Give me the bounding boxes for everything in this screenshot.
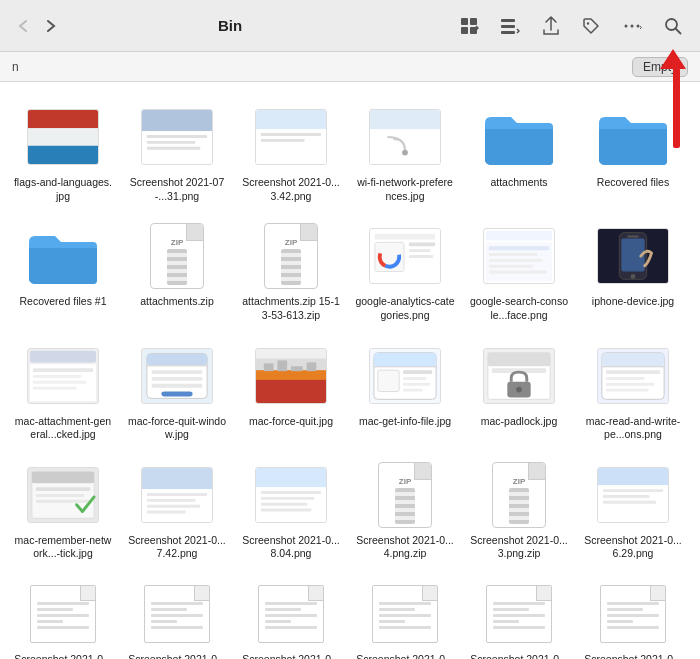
svg-rect-29: [370, 110, 440, 129]
search-button[interactable]: [658, 12, 688, 40]
file-item[interactable]: Screenshot 2021-0...6.29.png: [578, 452, 688, 567]
svg-rect-62: [147, 353, 207, 365]
svg-rect-97: [606, 382, 655, 385]
file-name: Recovered files #1: [20, 295, 107, 309]
svg-rect-78: [374, 352, 436, 366]
svg-rect-67: [161, 391, 192, 396]
file-item[interactable]: ZIP Screenshot 2021-0...3.png.zip: [464, 452, 574, 567]
more-button[interactable]: [616, 12, 648, 40]
file-name: Screenshot 2021-0...3.png.zip: [469, 534, 569, 561]
file-item[interactable]: Screenshot 2021-0...1.00.png: [464, 571, 574, 659]
file-thumbnail: [23, 579, 103, 649]
image-preview: [483, 348, 555, 404]
file-item[interactable]: Screenshot 2021-0...3.42.png: [236, 94, 346, 209]
file-item[interactable]: mac-attachment-general...cked.jpg: [8, 333, 118, 448]
svg-rect-73: [277, 360, 287, 371]
grid-view-button[interactable]: [454, 12, 484, 40]
file-item[interactable]: wi-fi-network-preferences.jpg: [350, 94, 460, 209]
file-item[interactable]: mac-padlock.jpg: [464, 333, 574, 448]
svg-rect-20: [147, 135, 207, 138]
svg-rect-22: [147, 147, 200, 150]
svg-rect-59: [33, 386, 77, 389]
file-name: Screenshot 2021-0...1.00.png: [469, 653, 569, 659]
file-item[interactable]: mac-remember-network...-tick.jpg: [8, 452, 118, 567]
svg-rect-41: [486, 231, 552, 241]
file-item[interactable]: Screenshot 2021-0...6.35.png: [8, 571, 118, 659]
svg-rect-65: [152, 377, 203, 381]
svg-rect-64: [152, 370, 203, 374]
tag-button[interactable]: [576, 12, 606, 40]
svg-rect-15: [28, 128, 98, 146]
file-item[interactable]: Screenshot 2021-0...8.04.png: [236, 452, 346, 567]
file-name: mac-read-and-write-pe...ons.png: [583, 415, 683, 442]
file-item[interactable]: ZIP Screenshot 2021-0...4.png.zip: [350, 452, 460, 567]
file-thumbnail: [479, 102, 559, 172]
file-thumbnail: ZIP: [365, 460, 445, 530]
file-item[interactable]: Screenshot 2021-0...9.50.png: [236, 571, 346, 659]
svg-rect-103: [36, 494, 85, 497]
svg-rect-1: [470, 18, 477, 25]
document-preview: [30, 585, 96, 643]
titlebar: Bin: [0, 0, 700, 52]
svg-rect-3: [470, 27, 477, 34]
svg-rect-75: [307, 362, 317, 371]
file-name: mac-attachment-general...cked.jpg: [13, 415, 113, 442]
sort-view-button[interactable]: [494, 12, 526, 40]
svg-rect-57: [33, 375, 82, 378]
svg-rect-83: [403, 382, 430, 385]
svg-rect-66: [152, 383, 203, 387]
share-button[interactable]: [536, 12, 566, 40]
file-name: Screenshot 2021-0...9.57.png: [355, 653, 455, 659]
file-name: Screenshot 2021-0...8.04.png: [241, 534, 341, 561]
file-item[interactable]: google-search-console...face.png: [464, 213, 574, 328]
file-item[interactable]: Screenshot 2021-0...6.41.png: [122, 571, 232, 659]
svg-rect-96: [606, 377, 645, 380]
file-item[interactable]: ZIP attachments.zip: [122, 213, 232, 328]
file-item[interactable]: iphone-device.jpg: [578, 213, 688, 328]
file-item[interactable]: flags-and-languages.jpg: [8, 94, 118, 209]
file-thumbnail: [251, 579, 331, 649]
file-item[interactable]: attachments: [464, 94, 574, 209]
svg-rect-118: [261, 508, 312, 511]
svg-rect-111: [147, 510, 186, 513]
file-thumbnail: [137, 341, 217, 411]
svg-rect-58: [33, 380, 86, 383]
svg-rect-80: [378, 370, 399, 391]
file-thumbnail: [593, 579, 673, 649]
file-name: mac-padlock.jpg: [481, 415, 557, 429]
svg-rect-101: [32, 472, 94, 484]
file-item[interactable]: Screenshot 2021-0...7.42.png: [122, 452, 232, 567]
file-thumbnail: [365, 341, 445, 411]
file-item[interactable]: Recovered files: [578, 94, 688, 209]
file-item[interactable]: Screenshot 2021-0...1.08.png: [578, 571, 688, 659]
file-name: Screenshot 2021-0...6.29.png: [583, 534, 683, 561]
file-item[interactable]: Screenshot 2021-0...9.57.png: [350, 571, 460, 659]
file-item[interactable]: mac-read-and-write-pe...ons.png: [578, 333, 688, 448]
svg-rect-104: [36, 500, 89, 503]
svg-rect-109: [147, 499, 196, 502]
svg-rect-39: [409, 255, 433, 258]
file-name: wi-fi-network-preferences.jpg: [355, 176, 455, 203]
file-item[interactable]: mac-force-quit.jpg: [236, 333, 346, 448]
window-title: Bin: [14, 17, 446, 34]
file-item[interactable]: mac-force-quit-window.jpg: [122, 333, 232, 448]
svg-line-12: [676, 28, 681, 33]
file-name: Screenshot 2021-0...4.png.zip: [355, 534, 455, 561]
file-name: mac-remember-network...-tick.jpg: [13, 534, 113, 561]
file-item[interactable]: Screenshot 2021-07-...31.png: [122, 94, 232, 209]
svg-rect-84: [403, 388, 422, 391]
file-thumbnail: [23, 221, 103, 291]
file-item[interactable]: mac-get-info-file.jpg: [350, 333, 460, 448]
file-grid-container: flags-and-languages.jpg Screenshot 2021-…: [0, 82, 700, 659]
file-thumbnail: [137, 102, 217, 172]
file-item[interactable]: google-analytics-categories.png: [350, 213, 460, 328]
svg-rect-47: [489, 271, 547, 274]
file-item[interactable]: Recovered files #1: [8, 213, 118, 328]
file-item[interactable]: ZIP attachments.zip 15-13-53-613.zip: [236, 213, 346, 328]
svg-point-7: [587, 22, 589, 24]
image-preview: [27, 348, 99, 404]
file-thumbnail: [137, 460, 217, 530]
file-thumbnail: [479, 579, 559, 649]
arrow-head: [660, 49, 686, 69]
svg-rect-6: [501, 31, 515, 34]
